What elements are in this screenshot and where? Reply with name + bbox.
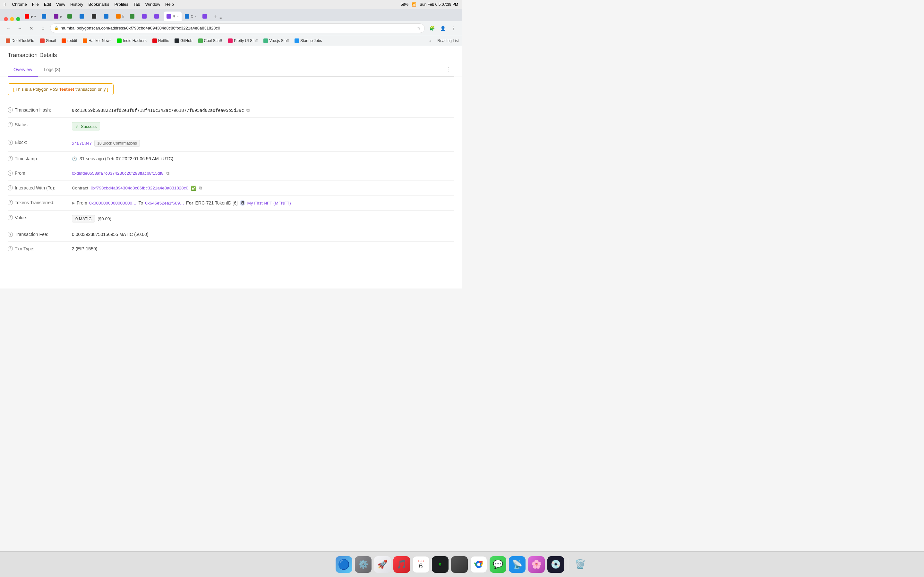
- tokens-to-addr[interactable]: 0x645e52ea1f689…: [145, 201, 184, 205]
- bookmark-github[interactable]: GitHub: [172, 37, 195, 44]
- help-icon-txhash[interactable]: ?: [8, 107, 13, 113]
- bookmark-netflix[interactable]: Netflix: [150, 37, 171, 44]
- from-address-link[interactable]: 0xd8fde0558afa7c0374230c20f293ffacb8f15d…: [72, 171, 164, 176]
- bookmarks-more-button[interactable]: »: [427, 37, 435, 44]
- tab-e2[interactable]: [65, 11, 76, 21]
- nft-name-link[interactable]: My First NFT (MFNFT): [247, 201, 291, 205]
- tab-overview[interactable]: Overview: [8, 63, 38, 77]
- help-icon-block[interactable]: ?: [8, 140, 13, 145]
- tab-logs[interactable]: Logs (3): [38, 63, 66, 77]
- menu-view[interactable]: View: [56, 2, 65, 7]
- tab-favicon-e2: [67, 14, 72, 19]
- status-badge: ✓ Success: [72, 122, 100, 131]
- tab-poly2[interactable]: [152, 11, 163, 21]
- copy-from-button[interactable]: ⧉: [166, 171, 170, 176]
- tokens-from-addr[interactable]: 0x0000000000000000…: [89, 201, 137, 205]
- help-icon-fee[interactable]: ?: [8, 232, 13, 237]
- value-fee: 0.00039238750156955 MATIC ($0.00): [72, 232, 454, 237]
- tab-e1[interactable]: e: [51, 11, 65, 21]
- txntype-value-text: 2 (EIP-1559): [72, 246, 97, 251]
- bookmark-star-icon[interactable]: ☆: [417, 26, 421, 31]
- help-icon-value[interactable]: ?: [8, 215, 13, 220]
- tab-more-button[interactable]: ⋮: [446, 67, 452, 73]
- block-number-link[interactable]: 24670347: [72, 141, 92, 146]
- tab-favicon-poly3: [202, 14, 207, 19]
- reload-button[interactable]: ✕: [27, 24, 36, 33]
- forward-button[interactable]: →: [15, 24, 24, 33]
- tab-h[interactable]: h: [113, 11, 127, 21]
- help-icon-tokens[interactable]: ?: [8, 200, 13, 205]
- bookmark-reddit[interactable]: reddit: [59, 37, 79, 44]
- tab-list-button[interactable]: ≡: [220, 15, 222, 21]
- tab-v[interactable]: [128, 11, 139, 21]
- tab-close-active[interactable]: ×: [177, 15, 179, 18]
- help-icon-txntype[interactable]: ?: [8, 246, 13, 251]
- bookmark-duckduckgo[interactable]: DuckDuckGo: [3, 37, 37, 44]
- tab-w1[interactable]: [77, 11, 89, 21]
- tab-favicon-e1: [54, 14, 58, 19]
- menu-window[interactable]: Window: [145, 2, 160, 7]
- menu-tab[interactable]: Tab: [134, 2, 140, 7]
- check-icon: ✓: [75, 124, 79, 129]
- label-text-txhash: Transaction Hash:: [15, 107, 51, 113]
- menu-button[interactable]: ⋮: [449, 24, 458, 33]
- menu-chrome[interactable]: Chrome: [12, 2, 27, 7]
- help-icon-timestamp[interactable]: ?: [8, 156, 13, 161]
- label-text-fee: Transaction Fee:: [15, 232, 48, 237]
- bookmark-indiehackers[interactable]: Indie Hackers: [115, 37, 149, 44]
- bookmark-gmail[interactable]: Gmail: [37, 37, 58, 44]
- label-text-timestamp: Timestamp:: [15, 156, 38, 161]
- new-tab-button[interactable]: +: [214, 14, 218, 21]
- menu-bookmarks[interactable]: Bookmarks: [89, 2, 110, 7]
- bookmark-prettyui[interactable]: Pretty UI Stuff: [226, 37, 260, 44]
- to-address-link[interactable]: 0xf793cbd4a894304d8c86fbc3221a4e8a831828…: [91, 185, 188, 190]
- value-txn-type: 2 (EIP-1559): [72, 246, 454, 251]
- extensions-button[interactable]: 🧩: [427, 24, 436, 33]
- fullscreen-window-button[interactable]: [16, 17, 20, 21]
- tokens-transfer-row: ▶ From 0x0000000000000000… To 0x645e52ea…: [72, 200, 291, 206]
- bookmark-vuejs[interactable]: Vue.js Stuff: [261, 37, 291, 44]
- tab-w3[interactable]: [102, 11, 113, 21]
- help-icon-status[interactable]: ?: [8, 122, 13, 127]
- address-bar[interactable]: 🔒 mumbai.polygonscan.com/address/0xf793c…: [50, 23, 425, 33]
- copy-to-button[interactable]: ⧉: [199, 185, 202, 191]
- help-icon-from[interactable]: ?: [8, 171, 13, 176]
- back-button[interactable]: ←: [4, 24, 13, 33]
- bookmark-hackernews[interactable]: Hacker News: [80, 37, 114, 44]
- content-area: [ This is a Polygon PoS Testnet transact…: [0, 77, 462, 263]
- minimize-window-button[interactable]: [10, 17, 14, 21]
- home-button[interactable]: ⌂: [39, 24, 47, 33]
- tab-c[interactable]: C ×: [182, 11, 200, 21]
- tab-close-c[interactable]: ×: [195, 15, 197, 18]
- bookmarks-bar: DuckDuckGo Gmail reddit Hacker News Indi…: [0, 35, 462, 46]
- alert-text-before: This is a Polygon PoS: [15, 87, 59, 92]
- label-timestamp: ? Timestamp:: [8, 156, 72, 161]
- menu-edit[interactable]: Edit: [44, 2, 51, 7]
- apple-menu[interactable]: : [4, 2, 5, 7]
- menu-history[interactable]: History: [70, 2, 83, 7]
- close-window-button[interactable]: [4, 17, 8, 21]
- confirmations-badge: 10 Block Confirmations: [94, 140, 140, 147]
- tab-poly3[interactable]: [200, 11, 212, 21]
- usd-value: ($0.00): [97, 216, 111, 221]
- copy-txhash-button[interactable]: ⧉: [246, 107, 250, 113]
- menu-file[interactable]: File: [32, 2, 39, 7]
- tab-poly1[interactable]: [140, 11, 151, 21]
- label-tokens: ? Tokens Transferred:: [8, 200, 72, 205]
- menu-profiles[interactable]: Profiles: [115, 2, 128, 7]
- reading-list-button[interactable]: Reading List: [437, 39, 459, 43]
- bookmark-coolsaas[interactable]: Cool SaaS: [196, 37, 225, 44]
- row-transaction-hash: ? Transaction Hash: 0xd13659b59382219fd2…: [8, 103, 454, 118]
- bookmark-favicon-indiehackers: [117, 39, 121, 43]
- tab-f[interactable]: [39, 11, 51, 21]
- tab-label-c: C: [191, 15, 193, 18]
- help-icon-to[interactable]: ?: [8, 185, 13, 190]
- menu-help[interactable]: Help: [165, 2, 174, 7]
- bookmark-startupjobs[interactable]: Startup Jobs: [292, 37, 325, 44]
- profile-button[interactable]: 👤: [438, 24, 447, 33]
- tab-yt[interactable]: ▶ v: [22, 11, 39, 21]
- row-block: ? Block: 24670347 10 Block Confirmations: [8, 135, 454, 152]
- label-from: ? From:: [8, 171, 72, 176]
- tab-w2[interactable]: [89, 11, 101, 21]
- tab-active-poly[interactable]: M ×: [164, 11, 182, 21]
